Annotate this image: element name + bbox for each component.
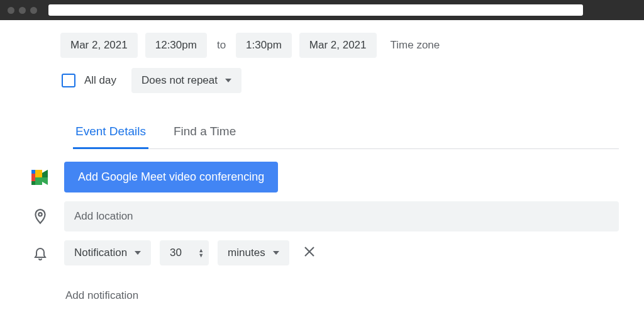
url-bar[interactable] (48, 4, 583, 16)
end-date-picker[interactable]: Mar 2, 2021 (299, 33, 377, 58)
window-dot[interactable] (19, 7, 26, 14)
browser-titlebar (0, 0, 644, 20)
notification-value-stepper[interactable]: 30 ▲▼ (160, 240, 209, 265)
chevron-down-icon (135, 251, 141, 255)
location-row (25, 201, 631, 231)
end-time-picker[interactable]: 1:30pm (236, 33, 292, 58)
svg-rect-2 (35, 170, 42, 177)
tab-find-a-time[interactable]: Find a Time (171, 118, 238, 149)
add-google-meet-button[interactable]: Add Google Meet video conferencing (64, 162, 278, 192)
allday-label: All day (82, 74, 119, 87)
window-traffic-lights (8, 7, 37, 14)
notification-row: Notification 30 ▲▼ minutes (25, 240, 631, 265)
to-label: to (214, 39, 228, 52)
allday-checkbox[interactable] (62, 74, 75, 87)
window-dot[interactable] (30, 7, 37, 14)
window-dot[interactable] (8, 7, 14, 14)
datetime-row: Mar 2, 2021 12:30pm to 1:30pm Mar 2, 202… (60, 33, 631, 58)
start-time-picker[interactable]: 12:30pm (145, 33, 207, 58)
location-input[interactable] (64, 201, 619, 231)
bell-icon (33, 245, 48, 260)
add-notification-row: Add notification (25, 274, 631, 306)
tabs: Event Details Find a Time (73, 118, 619, 149)
notification-value: 30 (170, 247, 182, 259)
notification-type-dropdown[interactable]: Notification (64, 240, 151, 265)
svg-marker-6 (42, 170, 48, 177)
timezone-link[interactable]: Time zone (391, 39, 440, 52)
tab-event-details[interactable]: Event Details (73, 118, 148, 149)
svg-rect-1 (31, 170, 35, 174)
notification-unit-value: minutes (228, 247, 265, 259)
chevron-down-icon (273, 251, 279, 255)
recurrence-value: Does not repeat (142, 74, 218, 87)
svg-rect-3 (35, 177, 42, 185)
chevron-down-icon (225, 79, 231, 82)
notification-type-value: Notification (74, 247, 127, 259)
svg-point-7 (38, 213, 42, 216)
meet-row: Add Google Meet video conferencing (25, 162, 631, 192)
google-meet-icon (31, 170, 49, 185)
svg-rect-4 (31, 181, 35, 185)
remove-notification-button[interactable] (298, 242, 321, 264)
add-notification-button[interactable]: Add notification (64, 286, 140, 306)
notification-unit-dropdown[interactable]: minutes (218, 240, 289, 265)
start-date-picker[interactable]: Mar 2, 2021 (60, 33, 138, 58)
allday-recurrence-row: All day Does not repeat (60, 68, 631, 93)
svg-rect-0 (31, 173, 35, 182)
recurrence-dropdown[interactable]: Does not repeat (131, 68, 242, 93)
close-icon (303, 245, 316, 258)
stepper-arrows-icon: ▲▼ (198, 248, 204, 258)
location-pin-icon (32, 208, 48, 225)
